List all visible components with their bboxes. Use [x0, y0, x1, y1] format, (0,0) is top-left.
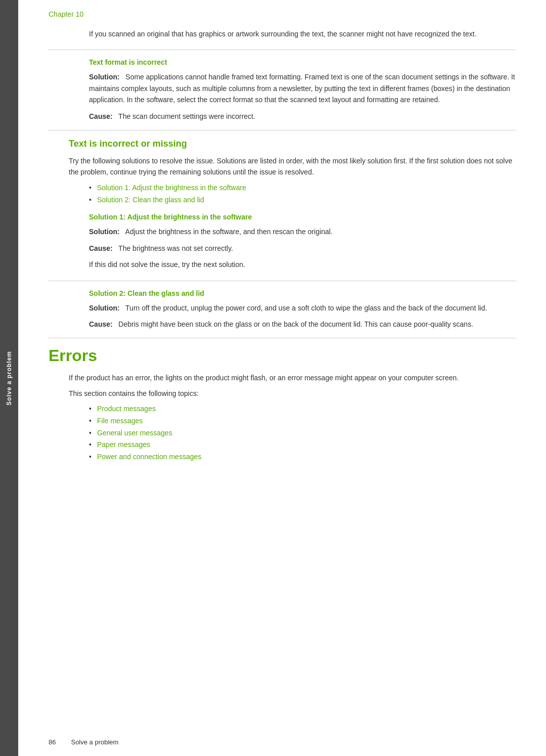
solution-label-1: Solution:: [89, 73, 120, 81]
sol1-label: Solution:: [89, 228, 120, 236]
text-format-cause: Cause: The scan document settings were i…: [89, 111, 516, 122]
text-format-heading: Text format is incorrect: [89, 58, 516, 66]
sol2-cause-label: Cause:: [89, 320, 113, 328]
link-sol1[interactable]: Solution 1: Adjust the brightness in the…: [97, 184, 246, 192]
errors-section: Errors If the product has an error, the …: [49, 346, 516, 463]
footer-label: Solve a problem: [71, 738, 118, 746]
solution-text-1: Some applications cannot handle framed t…: [89, 73, 515, 104]
solution1-cause: Cause: The brightness was not set correc…: [89, 243, 516, 254]
errors-list-item-3: Paper messages: [89, 439, 516, 451]
sol1-text: Adjust the brightness in the software, a…: [125, 228, 333, 236]
sol2-label: Solution:: [89, 304, 120, 312]
page-number: 86: [49, 738, 56, 746]
chapter-header: Chapter 10: [49, 10, 516, 18]
text-format-section: Text format is incorrect Solution: Some …: [49, 58, 516, 122]
solution2-heading: Solution 2: Clean the glass and lid: [89, 289, 516, 297]
text-incorrect-section: Text is incorrect or missing Try the fol…: [49, 139, 516, 271]
solution2-solution: Solution: Turn off the product, unplug t…: [89, 302, 516, 314]
sol1-cause-text: The brightness was not set correctly.: [118, 244, 233, 252]
errors-link-3[interactable]: Paper messages: [97, 440, 150, 449]
main-content: Chapter 10 If you scanned an original th…: [18, 0, 546, 756]
errors-list-item-1: File messages: [89, 415, 516, 427]
intro-paragraph: If you scanned an original that has grap…: [89, 28, 516, 39]
solution2-cause: Cause: Debris might have been stuck on t…: [89, 319, 516, 330]
solution1-followup: If this did not solve the issue, try the…: [89, 259, 516, 270]
errors-links-list: Product messages File messages General u…: [89, 403, 516, 463]
divider-3: [49, 281, 516, 281]
solution1-heading: Solution 1: Adjust the brightness in the…: [89, 213, 516, 221]
sol1-cause-label: Cause:: [89, 244, 113, 252]
errors-intro2: This section contains the following topi…: [69, 388, 516, 399]
cause-label-1: Cause:: [89, 112, 113, 120]
sidebar-label: Solve a problem: [6, 351, 13, 406]
errors-list-item-2: General user messages: [89, 427, 516, 439]
text-incorrect-heading: Text is incorrect or missing: [69, 139, 516, 149]
text-incorrect-links: Solution 1: Adjust the brightness in the…: [89, 182, 516, 206]
solution1-solution: Solution: Adjust the brightness in the s…: [89, 226, 516, 237]
list-item-sol1: Solution 1: Adjust the brightness in the…: [89, 182, 516, 194]
text-incorrect-intro: Try the following solutions to resolve t…: [69, 155, 516, 178]
errors-heading: Errors: [49, 346, 516, 365]
text-format-solution: Solution: Some applications cannot handl…: [89, 71, 516, 105]
divider-1: [49, 50, 516, 50]
errors-link-4[interactable]: Power and connection messages: [97, 453, 201, 461]
errors-link-1[interactable]: File messages: [97, 417, 143, 425]
link-sol2[interactable]: Solution 2: Clean the glass and lid: [97, 196, 204, 204]
divider-4: [49, 338, 516, 338]
list-item-sol2: Solution 2: Clean the glass and lid: [89, 194, 516, 206]
errors-link-2[interactable]: General user messages: [97, 429, 172, 437]
solution2-block: Solution 2: Clean the glass and lid Solu…: [49, 289, 516, 330]
errors-list-item-0: Product messages: [89, 403, 516, 415]
page-footer: 86 Solve a problem: [49, 738, 516, 746]
errors-list-item-4: Power and connection messages: [89, 451, 516, 463]
divider-2: [49, 130, 516, 130]
errors-intro1: If the product has an error, the lights …: [69, 372, 516, 383]
sol2-text: Turn off the product, unplug the power c…: [125, 304, 487, 312]
sol2-cause-text: Debris might have been stuck on the glas…: [118, 320, 473, 328]
sidebar: Solve a problem: [0, 0, 18, 756]
errors-link-0[interactable]: Product messages: [97, 405, 156, 413]
solution1-block: Solution 1: Adjust the brightness in the…: [49, 213, 516, 270]
cause-text-1: The scan document settings were incorrec…: [118, 112, 255, 120]
